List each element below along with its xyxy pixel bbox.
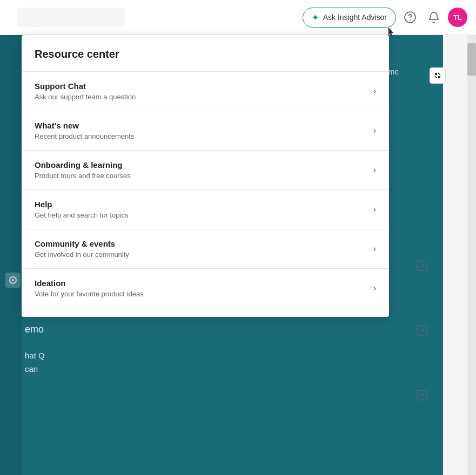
resource-center-dropdown: Resource center Support Chat Ask our sup…	[22, 35, 389, 317]
ext-link-icon-3[interactable]: ↗	[417, 390, 427, 401]
menu-item-onboarding[interactable]: Onboarding & learning Product tours and …	[22, 151, 389, 190]
collapse-button[interactable]	[430, 67, 446, 84]
scrollbar-thumb[interactable]	[467, 43, 476, 76]
insight-advisor-button[interactable]: ✦ Ask Insight Advisor	[303, 8, 396, 28]
menu-item-support-chat[interactable]: Support Chat Ask our support team a ques…	[22, 72, 389, 111]
dropdown-title: Resource center	[22, 35, 389, 72]
bg-card-text-2: emo	[25, 324, 44, 335]
menu-item-whats-new[interactable]: What's new Recent product announcements …	[22, 111, 389, 151]
menu-item-community[interactable]: Community & events Get involved in our c…	[22, 229, 389, 269]
menu-item-community-title: Community & events	[35, 239, 129, 248]
menu-item-help-subtitle: Get help and search for topics	[35, 211, 128, 219]
menu-item-community-content: Community & events Get involved in our c…	[35, 239, 129, 259]
chevron-right-icon: ›	[373, 165, 376, 175]
bg-card-text-4: can	[25, 364, 38, 374]
menu-item-whats-new-subtitle: Recent product announcements	[35, 132, 134, 140]
menu-item-help-content: Help Get help and search for topics	[35, 200, 128, 219]
search-area	[17, 8, 125, 27]
chevron-right-icon: ›	[373, 86, 376, 96]
ext-link-icon-1[interactable]: ↗	[417, 260, 427, 271]
header-bar: ✦ Ask Insight Advisor TL	[0, 0, 476, 35]
sidebar-icon	[5, 273, 21, 288]
menu-item-ideation[interactable]: Ideation Vote for your favorite product …	[22, 269, 389, 308]
menu-item-help-title: Help	[35, 200, 128, 209]
menu-item-help[interactable]: Help Get help and search for topics ›	[22, 190, 389, 229]
menu-item-whats-new-content: What's new Recent product announcements	[35, 121, 134, 140]
help-button[interactable]	[400, 8, 420, 27]
chevron-right-icon: ›	[373, 205, 376, 214]
menu-item-onboarding-content: Onboarding & learning Product tours and …	[35, 160, 131, 180]
scrollbar-track[interactable]	[467, 0, 476, 475]
menu-item-whats-new-title: What's new	[35, 121, 134, 130]
menu-item-support-chat-content: Support Chat Ask our support team a ques…	[35, 82, 136, 101]
chevron-right-icon: ›	[373, 244, 376, 254]
bg-card-text-3: hat Q	[25, 351, 45, 360]
avatar-button[interactable]: TL	[448, 8, 467, 27]
menu-item-ideation-subtitle: Vote for your favorite product ideas	[35, 290, 144, 298]
menu-item-support-chat-subtitle: Ask our support team a question	[35, 93, 136, 101]
menu-item-community-subtitle: Get involved in our community	[35, 250, 129, 259]
svg-point-1	[410, 19, 411, 21]
chevron-right-icon: ›	[373, 126, 376, 135]
menu-item-support-chat-title: Support Chat	[35, 82, 136, 91]
menu-item-onboarding-title: Onboarding & learning	[35, 160, 131, 169]
chevron-right-icon: ›	[373, 283, 376, 293]
sparkle-icon: ✦	[312, 12, 319, 23]
menu-item-ideation-content: Ideation Vote for your favorite product …	[35, 279, 144, 298]
menu-item-onboarding-subtitle: Product tours and free courses	[35, 172, 131, 180]
insight-advisor-label: Ask Insight Advisor	[323, 13, 387, 22]
ext-link-icon-2[interactable]: ↗	[417, 325, 427, 336]
sidebar-strip	[0, 35, 22, 475]
menu-item-ideation-title: Ideation	[35, 279, 144, 288]
notifications-button[interactable]	[424, 8, 444, 27]
